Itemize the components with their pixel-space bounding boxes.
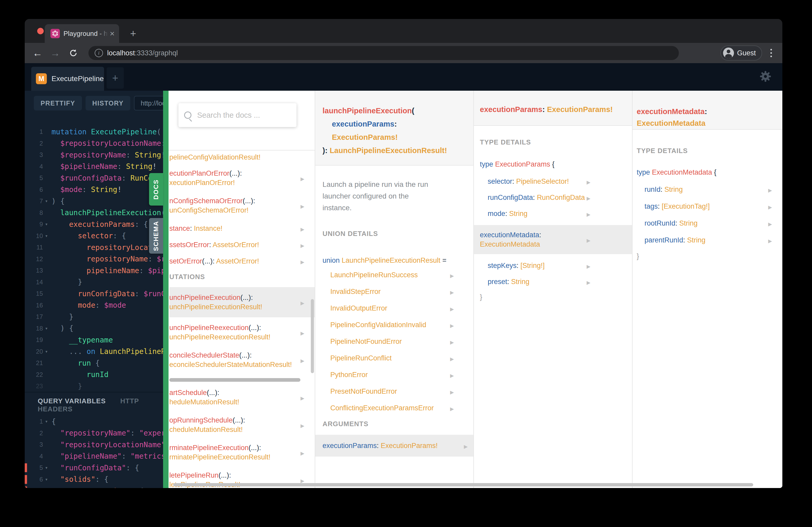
doc-item[interactable]: parentRunId: String▶	[637, 236, 782, 245]
doc-item[interactable]: InvalidStepError▶	[322, 287, 473, 296]
code-line[interactable]: 13 pipelineName: $pipelineName	[25, 265, 163, 276]
doc-item[interactable]: PipelineConfigValidationInvalid▶	[322, 320, 473, 330]
query-editor-lines[interactable]: 1mutation ExecutePipeline(2 $repositoryL…	[25, 126, 163, 392]
schema-side-tab[interactable]: SCHEMA	[149, 218, 163, 254]
chevron-right-icon[interactable]: ▶	[450, 371, 454, 380]
chevron-right-icon[interactable]: ▶	[586, 236, 590, 245]
chevron-right-icon[interactable]: ▶	[768, 220, 772, 229]
query-variables-tab[interactable]: QUERY VARIABLES	[38, 397, 106, 405]
chevron-right-icon[interactable]: ▶	[450, 321, 454, 331]
endpoint-input[interactable]: http://localhost:3333/graphql	[134, 96, 163, 110]
doc-item[interactable]: preset: String▶	[480, 277, 632, 286]
code-line[interactable]: 5 $runConfigData: RunConfigData!	[25, 172, 163, 184]
playground-new-tab-button[interactable]: +	[107, 67, 124, 89]
close-window-button[interactable]	[37, 28, 44, 34]
code-line[interactable]: 3 $repositoryName: String!	[25, 149, 163, 161]
docs-search-box[interactable]	[178, 103, 296, 127]
doc-item[interactable]: PythonError▶	[322, 370, 473, 379]
horizontal-scrollbar[interactable]	[169, 378, 300, 382]
fold-caret-icon[interactable]: ▾	[43, 326, 50, 331]
doc-item[interactable]: rminatePipelineExecution(...):rminatePip…	[169, 443, 315, 462]
chevron-right-icon[interactable]: ▶	[300, 225, 304, 234]
code-line[interactable]: 12 repositoryName: $repositoryName	[25, 253, 163, 265]
doc-item[interactable]: executionMetadata:ExecutionMetadata▶	[473, 225, 632, 254]
docs-side-tab[interactable]: DOCS	[149, 173, 163, 206]
playground-tab-executepipeline[interactable]: M ExecutePipeline ×	[31, 67, 104, 91]
tab-close-icon[interactable]: ×	[110, 29, 115, 38]
fold-caret-icon[interactable]: ▾	[43, 477, 50, 482]
doc-item[interactable]: PresetNotFoundError▶	[322, 387, 473, 396]
doc-item[interactable]: runConfigData: RunConfigData▶	[480, 193, 632, 202]
fold-caret-icon[interactable]: ▾	[43, 349, 50, 354]
fold-caret-icon[interactable]: ▾	[43, 465, 50, 470]
doc-item[interactable]: unchPipelineReexecution(...):unchPipelin…	[169, 323, 315, 342]
chevron-right-icon[interactable]: ▶	[768, 186, 772, 195]
horizontal-scrollbar[interactable]	[173, 483, 753, 486]
code-line[interactable]: 16 mode: $mode	[25, 300, 163, 311]
fold-caret-icon[interactable]: ▾	[43, 222, 50, 227]
chevron-right-icon[interactable]: ▶	[300, 394, 304, 403]
doc-item[interactable]: ecutionPlanOrError(...):xecutionPlanOrEr…	[169, 169, 315, 187]
code-line[interactable]: 6 $mode: String!	[25, 184, 163, 196]
code-line[interactable]: 20▾ ... on LaunchPipelineRunSuccess	[25, 346, 163, 358]
chevron-right-icon[interactable]: ▶	[586, 278, 590, 287]
doc-item[interactable]: opRunningSchedule(...):cheduleMutationRe…	[169, 416, 315, 434]
doc-item[interactable]: mode: String▶	[480, 209, 632, 218]
code-line[interactable]: 22 runId	[25, 369, 163, 381]
chevron-right-icon[interactable]: ▶	[768, 203, 772, 212]
site-info-icon[interactable]: i	[95, 49, 103, 57]
browser-tab[interactable]: Playground - http://localhost:3 ×	[45, 24, 119, 43]
chevron-right-icon[interactable]: ▶	[300, 356, 304, 366]
fold-caret-icon[interactable]: ▾	[43, 199, 50, 204]
code-line[interactable]: 23 }	[25, 380, 163, 392]
chevron-right-icon[interactable]: ▶	[450, 338, 454, 347]
doc-item[interactable]: runId: String▶	[637, 185, 782, 194]
doc-item[interactable]: InvalidOutputError▶	[322, 303, 473, 313]
doc-item[interactable]: unchPipelineExecution(...):unchPipelineE…	[169, 287, 315, 317]
doc-item[interactable]: pelineConfigValidationResult!	[169, 152, 315, 162]
variables-lines[interactable]: 1▾{2 "repositoryName": "exper3 "reposito…	[25, 416, 163, 488]
code-line[interactable]: 2 "repositoryName": "exper	[25, 427, 163, 439]
chevron-right-icon[interactable]: ▶	[300, 449, 304, 458]
code-line[interactable]: 2 $repositoryLocationName: String!	[25, 138, 163, 149]
forward-button[interactable]: →	[49, 46, 62, 60]
code-line[interactable]: 18▾ ) {	[25, 323, 163, 334]
chevron-right-icon[interactable]: ▶	[300, 329, 304, 338]
fold-caret-icon[interactable]: ▾	[43, 419, 50, 424]
code-line[interactable]: 1▾{	[25, 416, 163, 427]
chevron-right-icon[interactable]: ▶	[300, 175, 304, 184]
profile-button[interactable]: Guest	[721, 45, 762, 61]
doc-item[interactable]: executionParams: ExecutionParams!▶	[315, 435, 473, 456]
chevron-right-icon[interactable]: ▶	[586, 262, 590, 271]
code-line[interactable]: 4 $pipelineName: String!	[25, 161, 163, 172]
code-line[interactable]: 7▾ "save_metrics": {	[25, 485, 163, 488]
doc-item[interactable]: stepKeys: [String!]▶	[480, 261, 632, 270]
chevron-right-icon[interactable]: ▶	[450, 404, 454, 414]
chevron-right-icon[interactable]: ▶	[586, 178, 590, 187]
chevron-right-icon[interactable]: ▶	[586, 210, 590, 219]
chevron-right-icon[interactable]: ▶	[450, 355, 454, 364]
doc-item[interactable]: PipelineNotFoundError▶	[322, 337, 473, 346]
chevron-right-icon[interactable]: ▶	[300, 241, 304, 251]
code-line[interactable]: 11 repositoryLocationName: $repositoryLo…	[25, 242, 163, 253]
code-line[interactable]: 17 }	[25, 311, 163, 323]
code-line[interactable]: 21 run {	[25, 357, 163, 369]
chevron-right-icon[interactable]: ▶	[464, 442, 468, 451]
code-line[interactable]: 14 }	[25, 276, 163, 288]
code-line[interactable]: 1mutation ExecutePipeline(	[25, 126, 163, 138]
chevron-right-icon[interactable]: ▶	[768, 237, 772, 246]
doc-item[interactable]: ssetsOrError: AssetsOrError!▶	[169, 240, 315, 250]
chevron-right-icon[interactable]: ▶	[450, 288, 454, 297]
new-tab-button[interactable]: +	[125, 25, 142, 42]
code-line[interactable]: 5▾ "runConfigData": {	[25, 462, 163, 474]
code-line[interactable]: 19 __typename	[25, 334, 163, 346]
doc-item[interactable]: rootRunId: String▶	[637, 219, 782, 228]
history-button[interactable]: HISTORY	[86, 96, 130, 110]
code-line[interactable]: 10▾ selector: {	[25, 230, 163, 242]
docs-divider[interactable]	[163, 91, 169, 488]
chevron-right-icon[interactable]: ▶	[300, 299, 304, 308]
doc-item[interactable]: selector: PipelineSelector!▶	[480, 177, 632, 186]
chevron-right-icon[interactable]: ▶	[300, 421, 304, 431]
code-line[interactable]: 9▾ executionParams: {	[25, 219, 163, 230]
chevron-right-icon[interactable]: ▶	[450, 271, 454, 281]
